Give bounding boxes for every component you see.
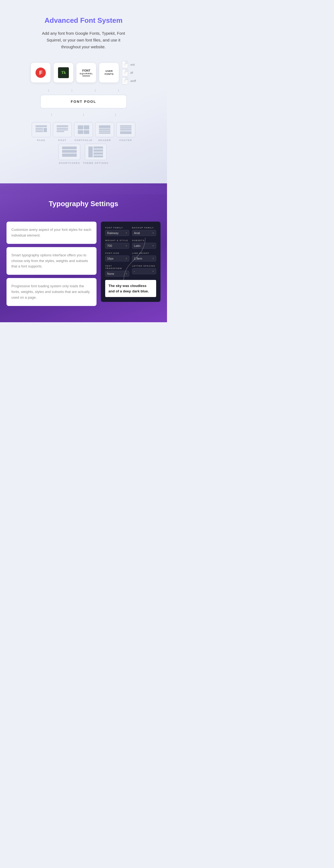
file-extensions: .eot .ttf .woff [122,61,136,84]
font-family-col: FONT FAMILY Raleway ▼ [105,226,129,236]
post-layout-icon [53,122,72,137]
backup-family-select[interactable]: Arial ▼ [132,230,156,236]
fontsquirrel-icon: FONT SQUIRREL [80,69,93,77]
header-layout-icon [95,122,114,137]
page-layout-icon [32,122,51,137]
backup-family-caret: ▼ [152,232,154,235]
theme-options-layout-icon [85,144,106,160]
svg-rect-33 [62,147,77,149]
eot-ext: .eot [122,61,136,68]
arrow-2: ↓ [71,88,73,93]
layout-row-1: PAGE POST [5,122,162,142]
font-pool-box: FONT POOL [40,95,127,108]
font-system-section: Advanced Font System Add any font from G… [0,0,167,183]
svg-rect-24 [84,130,89,134]
portfolio-label: PORTFOLIO [74,139,93,142]
arrow-6: ↓ [82,112,85,117]
svg-rect-29 [120,125,132,127]
svg-rect-23 [78,130,83,134]
user-fonts-icon: USERFONTS [105,70,113,76]
layout-footer: FOOTER [116,122,135,142]
woff-ext: .woff [122,77,136,84]
footer-label: FOOTER [120,139,132,142]
section2-title: Typography Settings [6,199,161,208]
svg-rect-19 [57,129,68,130]
svg-rect-31 [120,129,132,130]
svg-rect-35 [62,154,77,157]
svg-rect-21 [78,125,83,129]
ttf-file-icon [122,69,128,76]
font-family-value: Raleway [107,231,119,235]
shortcodes-layout-icon [59,144,80,160]
font-family-label: FONT FAMILY [105,226,129,229]
eot-label: .eot [130,63,134,66]
svg-rect-12 [35,125,47,127]
svg-rect-40 [94,155,103,157]
typekit-icon: Tk [58,67,69,78]
typography-section: Typography Settings Customize avery aspe… [0,183,167,322]
layout-portfolio: PORTFOLIO [74,122,93,142]
subsets-caret: ▼ [152,245,154,247]
line-height-caret: ▼ [152,257,154,260]
eot-file-icon [122,61,128,68]
font-family-select[interactable]: Raleway ▼ [105,230,129,236]
svg-rect-16 [44,128,47,132]
backup-family-col: BACKUP FAMILY Arial ▼ [132,226,156,236]
backup-family-label: BACKUP FAMILY [132,226,156,229]
settings-row-1: FONT FAMILY Raleway ▼ BACKUP FAMILY Aria… [105,226,156,236]
portfolio-layout-icon [74,122,93,137]
arrow-1: ↓ [47,88,49,93]
svg-rect-25 [99,125,110,128]
user-fonts-box: USERFONTS [99,63,119,83]
layout-page: PAGE [32,122,51,142]
arrow-3: ↓ [94,88,96,93]
typekit-box: Tk [54,63,73,83]
svg-rect-20 [57,131,64,132]
svg-rect-27 [99,130,110,132]
woff-label: .woff [130,79,136,83]
svg-rect-22 [84,125,89,129]
font-sources-row: F Tk FONT SQUIRREL USERFONTS [31,63,119,83]
font-family-caret: ▼ [125,232,127,235]
svg-rect-39 [94,152,103,155]
arrow-7: ↓ [114,112,116,117]
svg-rect-37 [94,147,103,149]
svg-rect-15 [35,131,43,132]
arrows-row-2: ↓ ↓ ↓ [5,112,162,117]
typo-card-1-text: Customize avery aspect of your font styl… [11,227,92,239]
ttf-label: .ttf [130,71,133,74]
svg-rect-30 [120,127,132,129]
typo-card-2: Smart typography options interface offer… [6,247,97,275]
typo-cards-column: Customize avery aspect of your font styl… [6,222,97,306]
svg-rect-18 [57,128,68,129]
google-fonts-icon: F [35,67,46,78]
layout-row-2: SHORTCODES THEME OPTIONS [5,144,162,164]
fontsquirrel-box: FONT SQUIRREL [76,63,96,83]
ttf-ext: .ttf [122,69,136,76]
layout-post: POST [53,122,72,142]
svg-rect-38 [94,150,103,152]
layout-theme-options: THEME OPTIONS [83,144,108,164]
svg-rect-26 [99,129,110,130]
section1-subtitle: Add any font from Google Fonts, Typekit,… [37,30,130,50]
svg-rect-17 [57,125,68,127]
weight-style-value: 700 [107,244,112,247]
section1-title: Advanced Font System [5,16,162,25]
typo-card-3-text: Progressive font loading system only loa… [11,283,92,300]
typo-card-3: Progressive font loading system only loa… [6,278,97,306]
svg-rect-34 [62,150,77,153]
svg-rect-28 [99,132,110,134]
arrow-5: ↓ [51,112,53,117]
footer-layout-icon [116,122,135,137]
arrows-row-1: ↓ ↓ ↓ ↓ [5,88,162,93]
typo-card-1: Customize avery aspect of your font styl… [6,222,97,244]
svg-rect-14 [35,129,43,130]
backup-family-value: Arial [134,231,140,235]
header-label: HEADER [98,139,111,142]
theme-options-label: THEME OPTIONS [83,162,108,164]
typo-card-2-text: Smart typography options interface offer… [11,252,92,269]
text-transform-value: None [107,272,114,275]
decorative-curve [118,238,151,292]
shortcodes-label: SHORTCODES [59,162,80,164]
woff-file-icon [122,77,128,84]
